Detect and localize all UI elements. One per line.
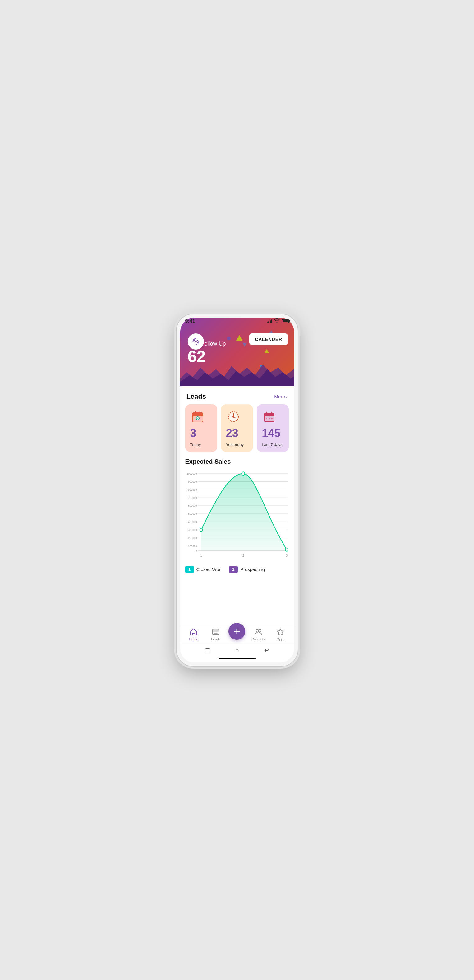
- sys-home-icon[interactable]: ⌂: [236, 647, 239, 654]
- follow-up-label: Total Follow Up: [188, 340, 226, 347]
- last7-count: 145: [262, 427, 284, 440]
- menu-icon[interactable]: ☰: [205, 647, 210, 654]
- svg-rect-19: [271, 418, 273, 419]
- yesterday-count: 23: [226, 427, 248, 440]
- status-icons: [267, 318, 289, 324]
- lead-cards: 3 Today 23 Yesterda: [180, 404, 294, 458]
- status-bar: 9:41: [176, 314, 298, 326]
- lead-card-yesterday[interactable]: 23 Yesterday: [221, 404, 253, 452]
- svg-text:600000: 600000: [188, 504, 197, 507]
- svg-rect-17: [266, 418, 267, 419]
- opp-icon: [276, 628, 284, 636]
- svg-marker-56: [277, 629, 284, 635]
- svg-rect-49: [212, 629, 219, 632]
- chart-title: Expected Sales: [185, 458, 289, 465]
- wifi-icon: [274, 318, 280, 324]
- svg-text:1000000: 1000000: [187, 472, 197, 475]
- svg-text:1: 1: [200, 554, 202, 557]
- svg-text:2: 2: [242, 554, 244, 557]
- expected-sales-section: Expected Sales: [180, 458, 294, 563]
- chart-legend: 1 Closed Won 2 Prospecting: [180, 563, 294, 578]
- nav-contacts-label: Contacts: [252, 637, 265, 641]
- legend-item-closed-won: 1 Closed Won: [185, 566, 222, 573]
- svg-text:900000: 900000: [188, 480, 197, 483]
- home-icon: [190, 628, 198, 636]
- back-icon[interactable]: ↩: [264, 647, 269, 654]
- nav-home[interactable]: Home: [184, 628, 203, 641]
- nav-home-label: Home: [189, 637, 198, 641]
- calender-button[interactable]: CALENDER: [249, 333, 287, 345]
- status-time: 9:41: [185, 318, 195, 324]
- svg-point-46: [241, 472, 244, 475]
- leads-title: Leads: [187, 393, 206, 401]
- nav-add-button[interactable]: [228, 623, 245, 640]
- svg-rect-2: [192, 413, 203, 417]
- svg-point-45: [200, 528, 202, 531]
- nav-opp-label: Opp.: [277, 637, 284, 641]
- today-icon: [190, 409, 205, 424]
- svg-text:700000: 700000: [188, 496, 197, 499]
- screen-content: CALENDER Total Follow Up 62 Leads More ›: [180, 318, 294, 662]
- svg-text:3: 3: [285, 554, 287, 557]
- lead-card-last7[interactable]: 7 145 Last 7 days: [257, 404, 289, 452]
- main-content: Leads More ›: [180, 386, 294, 603]
- svg-point-54: [256, 630, 258, 632]
- svg-rect-18: [268, 418, 270, 419]
- today-label: Today: [190, 442, 212, 447]
- nav-leads-label: Leads: [211, 637, 220, 641]
- legend-badge-2: 2: [229, 566, 238, 573]
- svg-text:800000: 800000: [188, 488, 197, 492]
- hero-text: Total Follow Up 62: [188, 340, 226, 364]
- svg-text:300000: 300000: [188, 528, 197, 531]
- bottom-nav: Home Leads: [180, 625, 294, 643]
- follow-up-count: 62: [188, 348, 226, 364]
- last7-icon: 7: [262, 409, 277, 424]
- last7-label: Last 7 days: [262, 442, 284, 447]
- nav-opp[interactable]: Opp.: [271, 628, 290, 641]
- svg-text:0: 0: [195, 549, 197, 552]
- legend-label-prospecting: Prospecting: [240, 567, 265, 572]
- nav-contacts[interactable]: Contacts: [249, 628, 268, 641]
- yesterday-label: Yesterday: [226, 442, 248, 447]
- add-icon: [233, 627, 241, 636]
- legend-badge-1: 1: [185, 566, 194, 573]
- svg-point-55: [258, 630, 261, 632]
- yesterday-icon: [226, 409, 241, 424]
- system-nav: ☰ ⌂ ↩: [180, 643, 294, 656]
- signal-icon: [267, 319, 272, 323]
- today-count: 3: [190, 427, 212, 440]
- svg-text:100000: 100000: [188, 544, 197, 548]
- legend-label-closed-won: Closed Won: [197, 567, 222, 572]
- chart-container: 1000000 900000 800000 700000 600000 5000…: [185, 470, 289, 557]
- home-indicator: [219, 658, 256, 659]
- lead-card-today[interactable]: 3 Today: [185, 404, 217, 452]
- contacts-icon: [254, 628, 262, 636]
- leads-section-header: Leads More ›: [180, 386, 294, 404]
- svg-point-47: [285, 548, 288, 551]
- hero-banner: CALENDER Total Follow Up 62: [180, 318, 294, 386]
- leads-icon: [212, 628, 220, 636]
- sales-chart: 1000000 900000 800000 700000 600000 5000…: [185, 470, 289, 557]
- battery-icon: [282, 320, 289, 323]
- svg-text:7: 7: [268, 415, 270, 418]
- legend-item-prospecting: 2 Prospecting: [229, 566, 265, 573]
- nav-leads[interactable]: Leads: [206, 628, 225, 641]
- phone-frame: 9:41: [176, 314, 298, 666]
- svg-text:500000: 500000: [188, 512, 197, 515]
- svg-text:400000: 400000: [188, 520, 197, 523]
- more-link[interactable]: More ›: [274, 394, 287, 399]
- svg-text:200000: 200000: [188, 536, 197, 539]
